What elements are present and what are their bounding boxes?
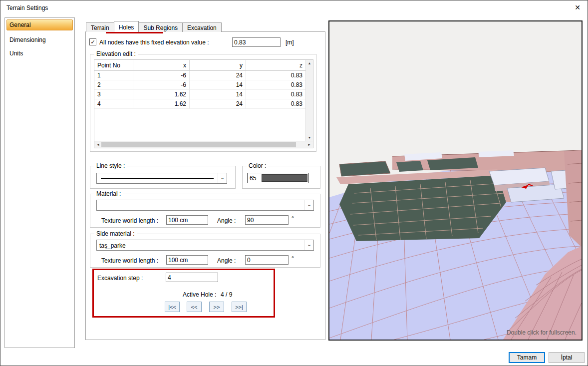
- annotation-tab-underline: [106, 32, 163, 33]
- horizontal-scrollbar[interactable]: ◄ ►: [94, 141, 313, 148]
- sidebar-item-general[interactable]: General: [6, 19, 73, 30]
- cell-y: 24: [190, 71, 246, 80]
- cell-x: -6: [133, 80, 190, 90]
- active-hole-value: 4 / 9: [221, 291, 232, 298]
- line-style-select[interactable]: ⌄: [96, 173, 227, 184]
- cell-y: 14: [190, 90, 246, 99]
- next-hole-button[interactable]: >>: [209, 302, 224, 312]
- tab-sub-regions[interactable]: Sub Regions: [138, 22, 183, 32]
- excavation-step-label: Excavation step :: [97, 275, 143, 282]
- elevation-table-header: Point No x y z: [94, 60, 306, 71]
- material-select[interactable]: ⌄: [96, 200, 314, 211]
- material-angle-input[interactable]: [245, 215, 289, 225]
- elevation-table: Point No x y z 1 -6 24 0.83 2 -6 14 0.83: [94, 59, 313, 148]
- side-material-select[interactable]: taş_parke ⌄: [96, 240, 314, 251]
- degree-symbol: °: [292, 215, 294, 222]
- chevron-down-icon: ⌄: [304, 200, 313, 210]
- elevation-edit-group: Elevation edit : Point No x y z 1 -6 24 …: [90, 54, 316, 152]
- scrollbar-thumb[interactable]: [101, 142, 296, 147]
- color-control[interactable]: 65: [247, 173, 309, 183]
- side-material-angle-input[interactable]: [245, 255, 289, 265]
- material-group: Material : ⌄ Texture world length : Angl…: [90, 194, 320, 228]
- cell-z: 0.83: [246, 90, 306, 99]
- cell-point-no: 1: [94, 71, 133, 80]
- color-group: Color : 65: [242, 166, 320, 189]
- fixed-elevation-input[interactable]: [232, 37, 281, 47]
- cell-z: 0.83: [246, 80, 306, 90]
- line-style-legend: Line style :: [94, 162, 127, 169]
- ok-button[interactable]: Tamam: [509, 352, 545, 363]
- close-icon[interactable]: ✕: [575, 3, 581, 11]
- cell-x: -6: [133, 71, 190, 80]
- column-header-point-no[interactable]: Point No: [94, 60, 133, 71]
- line-style-sample: [101, 178, 214, 179]
- table-row[interactable]: 1 -6 24 0.83: [94, 71, 306, 80]
- sidebar-item-dimensioning[interactable]: Dimensioning: [5, 32, 74, 45]
- last-hole-button[interactable]: >>|: [232, 302, 247, 312]
- cell-point-no: 4: [94, 99, 133, 109]
- table-row[interactable]: 3 1.62 14 0.83: [94, 90, 306, 99]
- column-header-x[interactable]: x: [133, 60, 190, 71]
- check-icon: ✓: [90, 39, 96, 45]
- table-row[interactable]: 2 -6 14 0.83: [94, 80, 306, 90]
- elevation-edit-legend: Elevation edit :: [94, 50, 138, 57]
- cell-x: 1.62: [133, 99, 190, 109]
- titlebar: Terrain Settings ✕: [0, 0, 588, 15]
- terrain-3d-preview[interactable]: Double click for fullscreen.: [328, 20, 583, 341]
- scroll-right-icon[interactable]: ►: [307, 143, 311, 146]
- fixed-elevation-label: All nodes have this fixed elevation valu…: [99, 39, 209, 46]
- side-material-legend: Side material :: [94, 230, 137, 237]
- cell-point-no: 3: [94, 90, 133, 99]
- terrain-render: [329, 21, 582, 340]
- line-style-group: Line style : ⌄: [90, 166, 236, 189]
- tab-terrain[interactable]: Terrain: [86, 22, 114, 32]
- side-material-selected-value: taş_parke: [99, 242, 126, 249]
- angle-label: Angle :: [217, 217, 236, 224]
- prev-hole-button[interactable]: <<: [187, 302, 202, 312]
- texture-world-length-label: Texture world length :: [101, 217, 158, 224]
- scroll-up-icon[interactable]: ▲: [306, 61, 313, 65]
- column-header-z[interactable]: z: [246, 60, 306, 71]
- scroll-left-icon[interactable]: ◄: [96, 143, 100, 146]
- unit-label: [m]: [286, 39, 294, 46]
- color-legend: Color :: [247, 162, 268, 169]
- cell-z: 0.83: [246, 71, 306, 80]
- chevron-down-icon: ⌄: [218, 173, 227, 183]
- cell-x: 1.62: [133, 90, 190, 99]
- sidebar-item-units[interactable]: Units: [5, 45, 74, 59]
- degree-symbol: °: [292, 255, 294, 262]
- fixed-elevation-checkbox[interactable]: ✓: [89, 38, 96, 45]
- cell-y: 14: [190, 80, 246, 90]
- cell-y: 24: [190, 99, 246, 109]
- side-material-group: Side material : taş_parke ⌄ Texture worl…: [90, 234, 320, 268]
- excavation-step-input[interactable]: [166, 273, 218, 282]
- angle-label: Angle :: [217, 257, 236, 264]
- side-material-texture-length-input[interactable]: [166, 255, 208, 265]
- vertical-scrollbar[interactable]: ▲ ▼: [305, 60, 313, 141]
- elevation-table-rows: 1 -6 24 0.83 2 -6 14 0.83 3 1.62 14 0.83: [94, 71, 306, 109]
- cancel-button[interactable]: İptal: [549, 352, 585, 363]
- material-texture-length-input[interactable]: [166, 215, 208, 225]
- first-hole-button[interactable]: |<<: [165, 302, 180, 312]
- color-index-value: 65: [249, 175, 262, 182]
- active-hole-label: Active Hole :: [183, 291, 216, 298]
- chevron-down-icon: ⌄: [304, 240, 313, 250]
- fullscreen-hint: Double click for fullscreen.: [507, 329, 577, 336]
- window-title: Terrain Settings: [6, 4, 48, 11]
- tab-bar: Terrain Holes Sub Regions Excavation: [86, 21, 221, 32]
- column-header-y[interactable]: y: [190, 60, 246, 71]
- tab-excavation[interactable]: Excavation: [182, 22, 222, 32]
- holes-tab-panel: ✓ All nodes have this fixed elevation va…: [85, 31, 325, 340]
- texture-world-length-label: Texture world length :: [101, 257, 158, 264]
- material-legend: Material :: [94, 190, 123, 197]
- scroll-down-icon[interactable]: ▼: [306, 136, 313, 139]
- sidebar: General Dimensioning Units: [4, 17, 75, 348]
- cell-z: 0.83: [246, 99, 306, 109]
- tab-holes[interactable]: Holes: [114, 21, 139, 32]
- color-swatch: [262, 174, 307, 182]
- table-row[interactable]: 4 1.62 24 0.83: [94, 99, 306, 109]
- cell-point-no: 2: [94, 80, 133, 90]
